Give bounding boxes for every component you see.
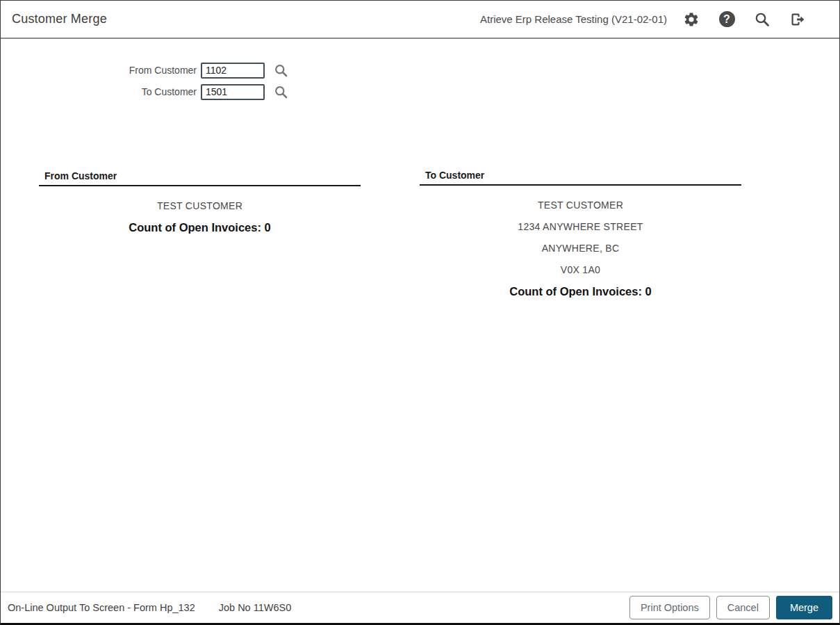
- customer-lookup-form: From Customer To Customer: [1, 62, 288, 100]
- to-customer-row: To Customer: [1, 83, 288, 100]
- from-customer-label: From Customer: [1, 65, 197, 76]
- help-icon[interactable]: ?: [718, 11, 735, 28]
- from-customer-search-icon[interactable]: [274, 63, 288, 78]
- cancel-button[interactable]: Cancel: [716, 596, 770, 619]
- to-customer-street: 1234 ANYWHERE STREET: [420, 216, 741, 238]
- logout-icon[interactable]: [789, 11, 806, 28]
- to-customer-search-icon[interactable]: [274, 85, 288, 99]
- to-customer-city: ANYWHERE, BC: [420, 238, 741, 259]
- to-customer-panel: To Customer TEST CUSTOMER 1234 ANYWHERE …: [420, 170, 741, 302]
- to-customer-label: To Customer: [1, 86, 197, 97]
- from-customer-open-invoice-count: Count of Open Invoices: 0: [39, 217, 361, 238]
- environment-label: Atrieve Erp Release Testing (V21-02-01): [480, 13, 667, 25]
- header-actions: Atrieve Erp Release Testing (V21-02-01) …: [480, 11, 806, 28]
- from-customer-panel-body: TEST CUSTOMER Count of Open Invoices: 0: [39, 195, 361, 238]
- to-customer-open-invoice-count: Count of Open Invoices: 0: [420, 281, 741, 302]
- customer-merge-page: Customer Merge Atrieve Erp Release Testi…: [0, 0, 840, 625]
- from-customer-row: From Customer: [1, 62, 288, 79]
- from-customer-input[interactable]: [201, 63, 265, 79]
- from-customer-panel-header: From Customer: [39, 170, 361, 186]
- to-customer-input[interactable]: [201, 84, 265, 100]
- footer-buttons: Print Options Cancel Merge: [629, 596, 832, 619]
- job-number-text: Job No 11W6S0: [219, 602, 292, 613]
- merge-button[interactable]: Merge: [776, 596, 832, 619]
- settings-gear-icon[interactable]: [683, 11, 700, 28]
- to-customer-name: TEST CUSTOMER: [420, 195, 741, 216]
- page-title: Customer Merge: [12, 12, 107, 26]
- search-icon[interactable]: [754, 11, 771, 28]
- to-customer-panel-header: To Customer: [420, 170, 741, 186]
- output-status-text: On-Line Output To Screen - Form Hp_132: [8, 602, 195, 613]
- print-options-button[interactable]: Print Options: [629, 596, 710, 619]
- footer-bar: On-Line Output To Screen - Form Hp_132 J…: [1, 592, 839, 623]
- app-header: Customer Merge Atrieve Erp Release Testi…: [1, 1, 839, 39]
- help-glyph: ?: [719, 11, 735, 27]
- to-customer-postal-code: V0X 1A0: [420, 259, 741, 281]
- to-customer-panel-body: TEST CUSTOMER 1234 ANYWHERE STREET ANYWH…: [420, 195, 741, 302]
- from-customer-panel: From Customer TEST CUSTOMER Count of Ope…: [39, 170, 361, 238]
- from-customer-name: TEST CUSTOMER: [39, 195, 361, 217]
